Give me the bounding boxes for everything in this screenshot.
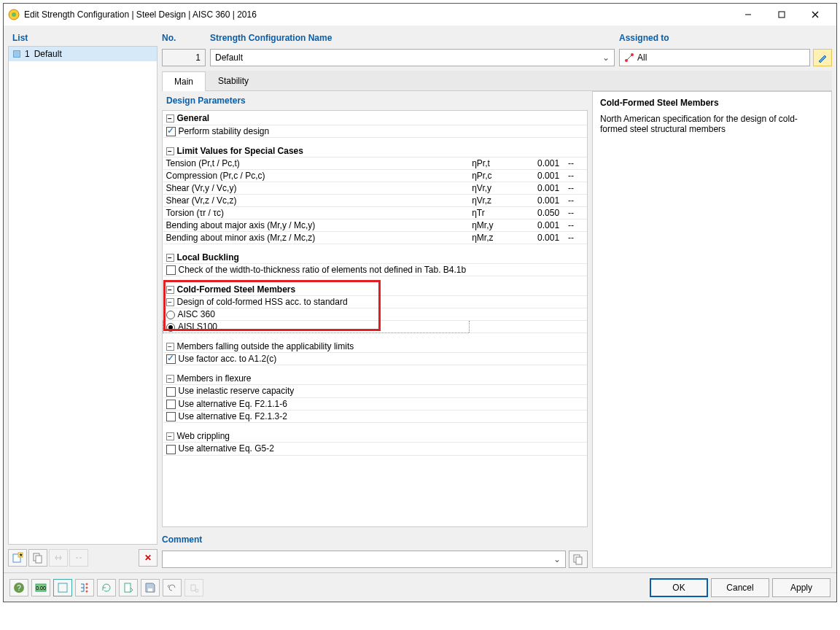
comment-label: Comment [162,532,588,548]
svg-text:?: ? [17,584,21,592]
unlink-button [69,549,88,567]
params-tree: −General Perform stability design −Limit… [162,110,588,527]
radio-aisi-s100[interactable] [166,323,175,332]
svg-rect-3 [779,12,785,18]
tab-main[interactable]: Main [162,71,206,91]
row-cfs-design[interactable]: −Design of cold-formed HSS acc. to stand… [163,296,588,308]
list-item[interactable]: 1 Default [9,47,157,61]
assigned-field[interactable]: All [619,49,810,66]
content-area: List 1 Default ★ [4,26,836,572]
list-header: List [8,30,158,46]
params-column: Design Parameters −General Perform stabi… [162,91,588,568]
cancel-button[interactable]: Cancel [711,578,769,597]
new-button[interactable]: ★ [8,549,27,567]
checkbox-alt-f2132[interactable] [166,412,176,421]
svg-text:★: ★ [19,553,23,557]
bottom-bar: ? 0.00 OK Cancel Apply [4,572,836,602]
row-alt-f2116[interactable]: Use alternative Eq. F2.1.1-6 [163,397,588,410]
comment-copy-button[interactable] [569,551,588,568]
units-button[interactable]: 0.00 [31,579,50,596]
row-compression[interactable]: Compression (Pr,c / Pc,c) ηPr,c 0.001 -- [163,169,588,182]
app-icon [8,9,20,20]
assigned-label: Assigned to [619,30,832,46]
pick-button[interactable] [813,49,832,66]
row-shear-y[interactable]: Shear (Vr,y / Vc,y) ηVr,y 0.001 -- [163,182,588,194]
bottom-icons: ? 0.00 [9,579,203,596]
row-cfs-flexure[interactable]: −Members in flexure [163,373,588,385]
svg-text:0.00: 0.00 [36,586,46,591]
undo-button[interactable] [163,579,182,596]
row-perform-stability[interactable]: Perform stability design [163,125,588,137]
row-bending-y[interactable]: Bending about major axis (Mr,y / Mc,y) η… [163,219,588,231]
checkbox-use-factor[interactable] [166,354,176,364]
row-tension[interactable]: Tension (Pr,t / Pc,t) ηPr,t 0.001 -- [163,157,588,169]
maximize-button[interactable] [765,4,798,26]
minimize-button[interactable] [731,4,765,26]
list-item-no: 1 [25,49,30,59]
close-button[interactable] [798,4,832,26]
save-list-button[interactable] [141,579,160,596]
row-alt-g52[interactable]: Use alternative Eq. G5-2 [163,443,588,455]
row-cfs-web[interactable]: −Web crippling [163,430,588,443]
svg-point-1 [12,12,16,17]
members-icon [624,52,634,63]
info-panel: Cold-Formed Steel Members North American… [592,91,832,568]
svg-rect-24 [125,583,131,592]
window-title: Edit Strength Configuration | Steel Desi… [24,9,731,20]
filter-button[interactable] [53,579,72,596]
svg-point-22 [86,586,88,588]
script-button [184,579,203,596]
tab-body: Design Parameters −General Perform stabi… [162,91,832,568]
svg-point-21 [86,583,88,585]
copy-list-button[interactable] [28,549,47,567]
row-alt-f2132[interactable]: Use alternative Eq. F2.1.3-2 [163,411,588,423]
svg-rect-20 [58,583,67,592]
chevron-down-icon: ⌄ [553,554,561,564]
checkbox-alt-f2116[interactable] [166,400,176,409]
svg-rect-15 [576,557,582,564]
export-button[interactable] [119,579,138,596]
group-limit-values[interactable]: −Limit Values for Special Cases [163,144,588,157]
row-shear-z[interactable]: Shear (Vr,z / Vc,z) ηVr,z 0.001 -- [163,194,588,206]
row-aisi-s100[interactable]: AISI S100 [163,321,588,333]
titlebar: Edit Strength Configuration | Steel Desi… [4,4,836,26]
tree-button[interactable] [75,579,94,596]
chevron-down-icon: ⌄ [602,52,610,63]
no-field[interactable]: 1 [162,49,206,66]
top-fields: No. 1 Strength Configuration Name Defaul… [162,30,832,66]
row-bending-z[interactable]: Bending about minor axis (Mr,z / Mc,z) η… [163,231,588,244]
left-panel: List 1 Default ★ [8,30,158,568]
checkbox-inelastic[interactable] [166,387,176,397]
row-aisc360[interactable]: AISC 360 [163,308,588,321]
tab-stability[interactable]: Stability [206,71,261,90]
tabstrip: Main Stability [162,71,832,91]
help-button[interactable]: ? [9,579,28,596]
svg-rect-25 [148,588,152,591]
name-label: Strength Configuration Name [210,30,615,46]
ok-button[interactable]: OK [650,578,708,597]
checkbox-alt-g52[interactable] [166,445,176,454]
params-header: Design Parameters [162,91,588,110]
refresh-button[interactable] [97,579,116,596]
checkbox-width-thickness[interactable] [166,265,176,275]
apply-button[interactable]: Apply [772,578,831,597]
row-width-thickness[interactable]: Check of the width-to-thickness ratio of… [163,263,588,276]
checkbox-perform-stability[interactable] [166,127,176,136]
delete-button[interactable]: ✕ [139,549,158,567]
row-torsion[interactable]: Torsion (τr / τc) ηTr 0.050 -- [163,206,588,219]
group-local-buckling[interactable]: −Local Buckling [163,251,588,263]
link-button [49,549,68,567]
row-cfs-outside[interactable]: −Members falling outside the applicabili… [163,341,588,353]
comment-field[interactable]: ⌄ [162,551,566,568]
row-inelastic[interactable]: Use inelastic reserve capacity [163,385,588,397]
list-box[interactable]: 1 Default [8,46,158,545]
name-combo[interactable]: Default ⌄ [210,49,615,66]
svg-line-13 [626,55,632,61]
group-general[interactable]: −General [163,112,588,125]
group-cold-formed[interactable]: −Cold-Formed Steel Members [163,284,588,296]
row-use-factor[interactable]: Use factor acc. to A1.2(c) [163,353,588,365]
svg-rect-10 [36,556,42,563]
radio-aisc360[interactable] [166,311,175,319]
svg-point-26 [195,589,198,592]
info-title: Cold-Formed Steel Members [600,98,824,108]
